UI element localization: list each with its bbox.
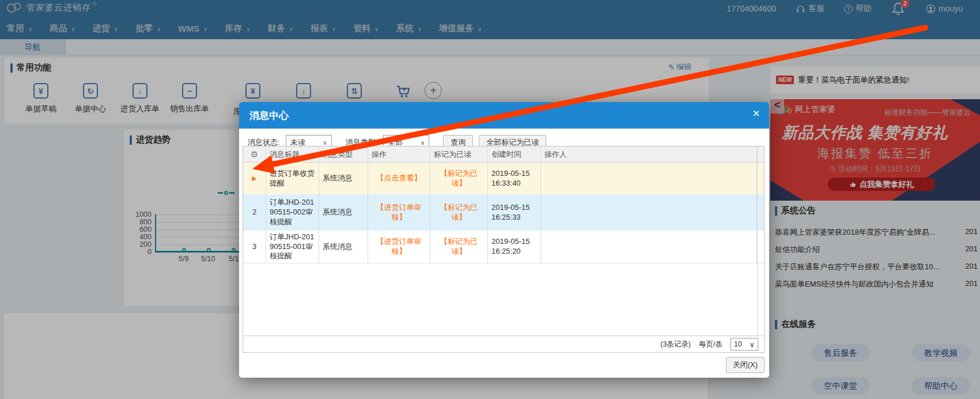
message-type: 系统消息 [319,194,368,231]
chevron-down-icon: ∨ [323,140,327,146]
gear-icon[interactable]: ⚙ [251,149,258,160]
active-row-marker-icon: ▶ [252,174,256,182]
mark-read-link[interactable]: 【标记为已读】 [430,194,488,231]
col-time: 创建时间 [488,146,541,162]
operator-cell [541,231,757,263]
operator-cell [541,163,757,194]
audit-link[interactable]: 【进货订单审核】 [368,194,430,231]
chevron-down-icon: ∨ [750,340,755,349]
table-row[interactable]: 2 订单JHD-20190515-002审核提醒 系统消息 【进货订单审核】 【… [243,194,764,231]
message-type: 系统消息 [319,163,368,194]
created-time: 2019-05-15 16:33:40 [488,163,541,194]
message-type: 系统消息 [319,231,368,263]
modal-header: 消息中心 × [239,102,769,129]
col-action: 操作 [368,146,430,162]
pagination-bar: (3条记录) 每页/条 10∨ [243,336,764,352]
message-title: 订单JHD-20190515-002审核提醒 [266,194,319,231]
per-page-label: 每页/条 [699,340,722,349]
message-title: 订单JHD-20190515-001审核提醒 [266,231,319,263]
table-header-row: ⚙ 消息标题 消息类型 操作 标记为已读 创建时间 操作人 [243,146,764,163]
message-title: 进货订单收货提醒 [266,163,319,194]
operator-cell [541,194,757,231]
table-row[interactable]: ▶ 进货订单收货提醒 系统消息 【点击查看】 【标记为已读】 2019-05-1… [243,163,764,194]
row-number: 2 [243,194,266,231]
close-icon[interactable]: × [752,107,760,120]
record-count: (3条记录) [660,340,691,349]
view-link[interactable]: 【点击查看】 [368,163,430,194]
col-type: 消息类型 [319,146,368,162]
col-operator: 操作人 [541,146,757,162]
table-scroll-strip[interactable] [757,146,764,336]
table-row[interactable]: 3 订单JHD-20190515-001审核提醒 系统消息 【进货订单审核】 【… [243,231,764,264]
per-page-select[interactable]: 10∨ [731,338,758,351]
created-time: 2019-05-15 16:25:33 [488,194,541,231]
close-modal-button[interactable]: 关闭(X) [726,357,765,373]
row-number: 3 [243,231,266,263]
mark-read-link[interactable]: 【标记为已读】 [430,163,488,194]
col-mark: 标记为已读 [430,146,488,162]
messages-table: ⚙ 消息标题 消息类型 操作 标记为已读 创建时间 操作人 ▶ 进货订单收货提醒… [243,146,765,353]
modal-title: 消息中心 [249,109,289,122]
created-time: 2019-05-15 16:25:20 [488,231,541,263]
col-title: 消息标题 [266,146,319,162]
mark-read-link[interactable]: 【标记为已读】 [430,231,488,263]
message-center-modal: 消息中心 × 消息状态: 未读∨ 消息类型: 全部∨ 查询 全部标记为已读 ⚙ … [239,102,769,378]
chevron-down-icon: ∨ [421,140,425,146]
app-root: 管家婆云进销存 ◇ 17704004600 客服 ? 帮助 [0,0,980,399]
audit-link[interactable]: 【进货订单审核】 [368,231,430,263]
